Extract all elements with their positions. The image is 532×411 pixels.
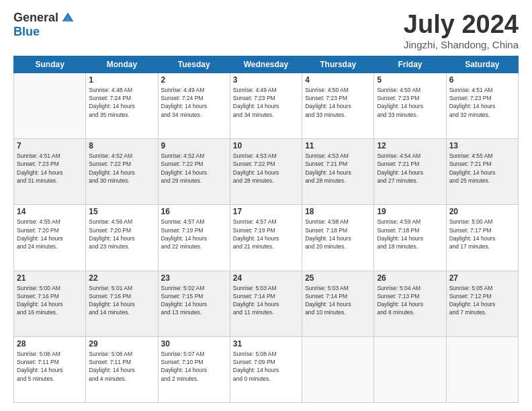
day-number: 25 [305, 273, 371, 283]
day-info: Sunrise: 5:05 AMSunset: 7:12 PMDaylight:… [449, 284, 515, 317]
day-number: 20 [449, 207, 515, 216]
day-number: 6 [449, 75, 515, 85]
day-number: 27 [449, 273, 515, 283]
day-number: 5 [377, 75, 443, 85]
day-number: 28 [17, 339, 83, 349]
calendar-week-2: 14Sunrise: 4:55 AMSunset: 7:20 PMDayligh… [14, 205, 519, 271]
day-info: Sunrise: 4:55 AMSunset: 7:21 PMDaylight:… [449, 152, 515, 185]
day-number: 18 [305, 207, 371, 216]
table-row: 14Sunrise: 4:55 AMSunset: 7:20 PMDayligh… [14, 205, 86, 271]
day-info: Sunrise: 4:58 AMSunset: 7:18 PMDaylight:… [305, 218, 371, 250]
day-info: Sunrise: 5:00 AMSunset: 7:16 PMDaylight:… [17, 284, 83, 317]
day-info: Sunrise: 4:57 AMSunset: 7:19 PMDaylight:… [233, 218, 299, 250]
day-number: 12 [377, 141, 443, 150]
day-info: Sunrise: 5:07 AMSunset: 7:10 PMDaylight:… [161, 350, 227, 383]
day-number: 31 [233, 339, 299, 349]
day-info: Sunrise: 5:03 AMSunset: 7:14 PMDaylight:… [305, 284, 371, 317]
table-row: 31Sunrise: 5:08 AMSunset: 7:09 PMDayligh… [230, 336, 302, 402]
table-row: 29Sunrise: 5:06 AMSunset: 7:11 PMDayligh… [86, 336, 158, 402]
calendar-table: Sunday Monday Tuesday Wednesday Thursday… [13, 56, 519, 403]
day-number: 1 [89, 75, 154, 85]
calendar-week-4: 28Sunrise: 5:06 AMSunset: 7:11 PMDayligh… [14, 336, 519, 402]
logo-text: General [13, 11, 75, 25]
table-row: 17Sunrise: 4:57 AMSunset: 7:19 PMDayligh… [230, 205, 302, 271]
day-number: 24 [233, 273, 299, 283]
day-number: 14 [17, 207, 83, 216]
day-info: Sunrise: 4:57 AMSunset: 7:19 PMDaylight:… [161, 218, 227, 250]
table-row: 30Sunrise: 5:07 AMSunset: 7:10 PMDayligh… [158, 336, 230, 402]
day-number: 30 [161, 339, 227, 349]
logo-blue: Blue [13, 25, 40, 39]
table-row: 10Sunrise: 4:53 AMSunset: 7:22 PMDayligh… [230, 139, 302, 205]
day-number: 4 [305, 75, 371, 85]
table-row [374, 336, 446, 402]
day-number: 7 [17, 141, 83, 150]
day-number: 17 [233, 207, 299, 216]
day-info: Sunrise: 4:49 AMSunset: 7:24 PMDaylight:… [161, 86, 227, 119]
day-number: 22 [89, 273, 154, 283]
table-row: 3Sunrise: 4:49 AMSunset: 7:23 PMDaylight… [230, 73, 302, 138]
page: General Blue July 2024 Jingzhi, Shandong… [0, 0, 532, 411]
day-info: Sunrise: 5:08 AMSunset: 7:09 PMDaylight:… [233, 350, 299, 383]
day-number: 16 [161, 207, 227, 216]
day-number: 15 [89, 207, 154, 216]
day-number: 19 [377, 207, 443, 216]
table-row: 24Sunrise: 5:03 AMSunset: 7:14 PMDayligh… [230, 271, 302, 336]
logo-general: General [13, 11, 58, 25]
table-row [446, 336, 518, 402]
day-info: Sunrise: 4:54 AMSunset: 7:21 PMDaylight:… [377, 152, 443, 185]
table-row: 25Sunrise: 5:03 AMSunset: 7:14 PMDayligh… [302, 271, 374, 336]
table-row: 28Sunrise: 5:06 AMSunset: 7:11 PMDayligh… [14, 336, 86, 402]
header-monday: Monday [86, 56, 158, 73]
day-info: Sunrise: 4:49 AMSunset: 7:23 PMDaylight:… [233, 86, 299, 119]
table-row: 20Sunrise: 5:00 AMSunset: 7:17 PMDayligh… [446, 205, 518, 271]
header-saturday: Saturday [446, 56, 518, 73]
table-row: 16Sunrise: 4:57 AMSunset: 7:19 PMDayligh… [158, 205, 230, 271]
table-row: 5Sunrise: 4:50 AMSunset: 7:23 PMDaylight… [374, 73, 446, 138]
day-info: Sunrise: 4:59 AMSunset: 7:18 PMDaylight:… [377, 218, 443, 250]
day-number: 26 [377, 273, 443, 283]
table-row: 6Sunrise: 4:51 AMSunset: 7:23 PMDaylight… [446, 73, 518, 138]
day-info: Sunrise: 5:02 AMSunset: 7:15 PMDaylight:… [161, 284, 227, 317]
calendar-header-row: Sunday Monday Tuesday Wednesday Thursday… [14, 56, 519, 73]
table-row: 9Sunrise: 4:52 AMSunset: 7:22 PMDaylight… [158, 139, 230, 205]
header-sunday: Sunday [14, 56, 86, 73]
table-row: 21Sunrise: 5:00 AMSunset: 7:16 PMDayligh… [14, 271, 86, 336]
table-row: 19Sunrise: 4:59 AMSunset: 7:18 PMDayligh… [374, 205, 446, 271]
calendar-week-1: 7Sunrise: 4:51 AMSunset: 7:23 PMDaylight… [14, 139, 519, 205]
table-row: 4Sunrise: 4:50 AMSunset: 7:23 PMDaylight… [302, 73, 374, 138]
location: Jingzhi, Shandong, China [404, 39, 519, 50]
table-row [14, 73, 86, 138]
calendar-week-3: 21Sunrise: 5:00 AMSunset: 7:16 PMDayligh… [14, 271, 519, 336]
day-number: 13 [449, 141, 515, 150]
day-info: Sunrise: 4:48 AMSunset: 7:24 PMDaylight:… [89, 86, 154, 119]
header: General Blue July 2024 Jingzhi, Shandong… [13, 11, 519, 50]
table-row: 26Sunrise: 5:04 AMSunset: 7:13 PMDayligh… [374, 271, 446, 336]
table-row: 8Sunrise: 4:52 AMSunset: 7:22 PMDaylight… [86, 139, 158, 205]
table-row: 1Sunrise: 4:48 AMSunset: 7:24 PMDaylight… [86, 73, 158, 138]
day-number: 8 [89, 141, 154, 150]
table-row: 18Sunrise: 4:58 AMSunset: 7:18 PMDayligh… [302, 205, 374, 271]
header-thursday: Thursday [302, 56, 374, 73]
month-title: July 2024 [404, 11, 519, 39]
logo: General Blue [13, 11, 75, 39]
table-row: 23Sunrise: 5:02 AMSunset: 7:15 PMDayligh… [158, 271, 230, 336]
day-info: Sunrise: 4:51 AMSunset: 7:23 PMDaylight:… [449, 86, 515, 119]
day-info: Sunrise: 4:53 AMSunset: 7:22 PMDaylight:… [233, 152, 299, 185]
day-info: Sunrise: 4:56 AMSunset: 7:20 PMDaylight:… [89, 218, 154, 250]
day-info: Sunrise: 5:06 AMSunset: 7:11 PMDaylight:… [17, 350, 83, 383]
day-number: 9 [161, 141, 227, 150]
table-row: 27Sunrise: 5:05 AMSunset: 7:12 PMDayligh… [446, 271, 518, 336]
table-row: 22Sunrise: 5:01 AMSunset: 7:16 PMDayligh… [86, 271, 158, 336]
header-friday: Friday [374, 56, 446, 73]
table-row: 2Sunrise: 4:49 AMSunset: 7:24 PMDaylight… [158, 73, 230, 138]
title-area: July 2024 Jingzhi, Shandong, China [404, 11, 519, 50]
day-number: 21 [17, 273, 83, 283]
table-row: 11Sunrise: 4:53 AMSunset: 7:21 PMDayligh… [302, 139, 374, 205]
table-row: 12Sunrise: 4:54 AMSunset: 7:21 PMDayligh… [374, 139, 446, 205]
day-number: 3 [233, 75, 299, 85]
day-number: 11 [305, 141, 371, 150]
table-row: 7Sunrise: 4:51 AMSunset: 7:23 PMDaylight… [14, 139, 86, 205]
day-info: Sunrise: 5:03 AMSunset: 7:14 PMDaylight:… [233, 284, 299, 317]
logo-icon [61, 11, 75, 25]
